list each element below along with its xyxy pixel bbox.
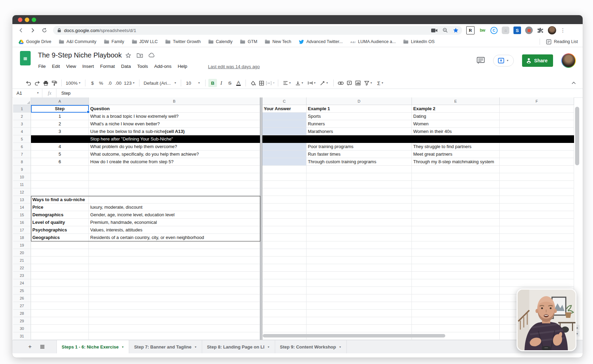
sheet-tab-caret[interactable]: ▼: [121, 345, 124, 348]
row-header-22[interactable]: 22: [13, 264, 31, 272]
cell-A12[interactable]: [31, 188, 89, 196]
cell-C21[interactable]: [262, 257, 306, 264]
select-all-corner[interactable]: [13, 97, 31, 105]
cell-E1[interactable]: Example 2: [412, 105, 500, 113]
cell-E28[interactable]: [412, 310, 500, 317]
cell-A15[interactable]: Demographics: [31, 211, 89, 219]
cell-B6[interactable]: What problem do you help them overcome?: [89, 143, 260, 150]
move-to-folder-icon[interactable]: [137, 53, 143, 58]
format-currency-button[interactable]: $: [88, 79, 97, 87]
cell-A1[interactable]: Step: [31, 105, 89, 113]
cell-C23[interactable]: [262, 272, 306, 279]
name-box[interactable]: A1▼: [12, 91, 42, 96]
cell-D12[interactable]: [306, 188, 412, 196]
cell-D22[interactable]: [306, 264, 412, 272]
webcam-video-overlay[interactable]: [517, 289, 576, 351]
cell-F21[interactable]: [500, 257, 574, 264]
cell-D27[interactable]: [306, 302, 412, 310]
row-header-1[interactable]: 1: [13, 105, 31, 113]
cell-D4[interactable]: Marathoners: [306, 128, 412, 135]
cell-C17[interactable]: [262, 226, 306, 234]
address-bar[interactable]: docs.google.com/spreadsheets/d/1: [53, 26, 462, 35]
cell-A16[interactable]: Level of quality: [31, 219, 89, 226]
cell-B26[interactable]: [89, 294, 260, 302]
bookmark-family[interactable]: Family: [104, 39, 124, 44]
cell-B2[interactable]: What is a broad topic I know extremely w…: [89, 113, 260, 120]
sheet-tab-1[interactable]: Steps 1 - 6: Niche Exercise▼: [56, 340, 129, 353]
cell-B9[interactable]: [89, 166, 260, 173]
cell-E17[interactable]: [412, 226, 500, 234]
cell-E10[interactable]: [412, 173, 500, 181]
cell-A23[interactable]: [31, 272, 89, 279]
cell-E25[interactable]: [412, 287, 500, 294]
cell-A21[interactable]: [31, 257, 89, 264]
column-header-B[interactable]: B: [89, 97, 260, 105]
cell-A14[interactable]: Price: [31, 204, 89, 211]
cell-A18[interactable]: Geographics: [31, 234, 89, 241]
cell-A24[interactable]: [31, 279, 89, 287]
back-button[interactable]: [17, 26, 25, 35]
cell-E21[interactable]: [412, 257, 500, 264]
cell-D20[interactable]: [306, 249, 412, 257]
cell-D9[interactable]: [306, 166, 412, 173]
italic-button[interactable]: I: [217, 79, 226, 87]
cell-B4[interactable]: Use the box below to find a sub-niche (c…: [89, 128, 260, 135]
cell-B28[interactable]: [89, 310, 260, 317]
menu-edit[interactable]: Edit: [49, 62, 63, 70]
last-edit-link[interactable]: Last edit was 14 days ago: [208, 64, 260, 69]
cell-B1[interactable]: Question: [89, 105, 260, 113]
collapse-toolbar-icon[interactable]: [572, 82, 576, 84]
cell-D25[interactable]: [306, 287, 412, 294]
cell-D29[interactable]: [306, 317, 412, 325]
cell-B18[interactable]: Residents of a certain country, city, or…: [89, 234, 260, 241]
cell-C28[interactable]: [262, 310, 306, 317]
cell-C2[interactable]: [262, 113, 306, 120]
browser-menu-icon[interactable]: ⋮: [560, 27, 565, 33]
record-indicator-icon[interactable]: [525, 27, 533, 34]
cell-A31[interactable]: [31, 332, 89, 340]
cell-A4[interactable]: 3: [31, 128, 89, 135]
cell-E27[interactable]: [412, 302, 500, 310]
cell-C10[interactable]: [262, 173, 306, 181]
bookmark-new-tech[interactable]: New Tech: [265, 39, 291, 44]
cell-D5[interactable]: [306, 135, 412, 143]
cell-B11[interactable]: [89, 181, 260, 188]
row-header-11[interactable]: 11: [13, 181, 31, 188]
bookmark-twitter-growth[interactable]: Twitter Growth: [165, 39, 201, 44]
sheet-tab-caret[interactable]: ▼: [339, 345, 342, 348]
cell-F24[interactable]: [500, 279, 574, 287]
sheet-tab-2[interactable]: Step 7: Banner and Tagline▼: [129, 340, 202, 353]
bookmark-gtm[interactable]: GTM: [240, 39, 257, 44]
reload-button[interactable]: [40, 26, 49, 35]
cell-C27[interactable]: [262, 302, 306, 310]
menu-file[interactable]: File: [35, 62, 49, 70]
cell-A27[interactable]: [31, 302, 89, 310]
create-filter-button[interactable]: ▼: [362, 79, 375, 87]
cell-B20[interactable]: [89, 249, 260, 257]
row-header-6[interactable]: 6: [13, 143, 31, 150]
row-header-19[interactable]: 19: [13, 241, 31, 249]
undo-button[interactable]: [24, 79, 33, 87]
insert-comment-button[interactable]: [345, 79, 354, 87]
comment-history-icon[interactable]: [477, 57, 485, 64]
cell-E15[interactable]: [412, 211, 500, 219]
cell-E30[interactable]: [412, 325, 500, 332]
bookmark-luma-audience-a[interactable]: A&ILUMA Audience a...: [350, 39, 396, 44]
cell-D30[interactable]: [306, 325, 412, 332]
reading-list-label[interactable]: Reading List: [554, 39, 578, 44]
cell-D8[interactable]: Through custom training programs: [306, 158, 412, 166]
tab-capture-camera-icon[interactable]: [431, 28, 438, 33]
column-header-A[interactable]: A: [31, 97, 89, 105]
cell-F11[interactable]: [500, 181, 574, 188]
cell-D11[interactable]: [306, 181, 412, 188]
row-header-7[interactable]: 7: [13, 150, 31, 158]
formula-input[interactable]: Step: [61, 91, 71, 96]
cell-E7[interactable]: Meet great partners: [412, 150, 500, 158]
cell-B17[interactable]: Values, interests, attitudes: [89, 226, 260, 234]
vertical-align-button[interactable]: ▼: [293, 79, 306, 87]
cell-E23[interactable]: [412, 272, 500, 279]
cell-C16[interactable]: [262, 219, 306, 226]
column-header-E[interactable]: E: [412, 97, 500, 105]
cell-F14[interactable]: [500, 204, 574, 211]
row-header-9[interactable]: 9: [13, 166, 31, 173]
